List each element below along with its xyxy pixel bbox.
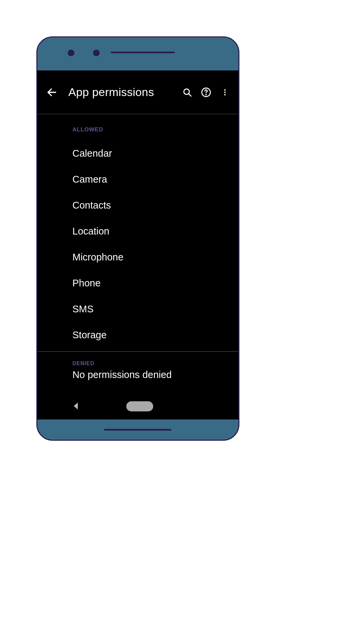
denied-section-header: Denied — [37, 361, 238, 367]
phone-bezel-bottom — [37, 419, 238, 440]
denied-section: Denied No permissions denied — [37, 352, 238, 380]
svg-point-4 — [206, 94, 206, 95]
svg-point-7 — [224, 94, 226, 95]
help-icon — [201, 87, 211, 98]
speaker-icon — [111, 52, 175, 53]
back-button[interactable] — [45, 85, 59, 99]
permission-item-location[interactable]: Location — [37, 218, 238, 244]
permission-item-calendar[interactable]: Calendar — [37, 141, 238, 166]
nav-back-button[interactable] — [74, 403, 78, 409]
permission-item-microphone[interactable]: Microphone — [37, 244, 238, 270]
nav-home-pill[interactable] — [126, 401, 153, 411]
help-button[interactable] — [199, 85, 213, 100]
screen: App permissions Allowed Calendar Camera … — [37, 70, 238, 419]
more-vert-icon — [221, 88, 229, 96]
svg-point-5 — [224, 89, 226, 90]
arrow-left-icon — [46, 87, 58, 98]
search-button[interactable] — [180, 85, 195, 100]
denied-empty-text: No permissions denied — [37, 369, 238, 380]
phone-frame: App permissions Allowed Calendar Camera … — [36, 36, 239, 441]
page-title: App permissions — [68, 86, 176, 99]
phone-bezel-top — [37, 37, 238, 70]
svg-point-6 — [224, 91, 226, 93]
app-bar: App permissions — [37, 70, 238, 114]
overflow-menu-button[interactable] — [218, 85, 232, 100]
permission-item-contacts[interactable]: Contacts — [37, 192, 238, 218]
permission-item-phone[interactable]: Phone — [37, 270, 238, 296]
permission-item-camera[interactable]: Camera — [37, 166, 238, 192]
system-navbar — [37, 395, 238, 419]
camera-dot-icon — [93, 50, 100, 56]
allowed-section-header: Allowed — [37, 126, 238, 133]
search-icon — [182, 87, 192, 97]
allowed-section: Allowed Calendar Camera Contacts Locatio… — [37, 114, 238, 348]
camera-dot-icon — [68, 50, 74, 56]
speaker-icon — [104, 429, 171, 431]
svg-line-2 — [189, 94, 191, 96]
permission-item-sms[interactable]: SMS — [37, 296, 238, 322]
permission-item-storage[interactable]: Storage — [37, 322, 238, 348]
